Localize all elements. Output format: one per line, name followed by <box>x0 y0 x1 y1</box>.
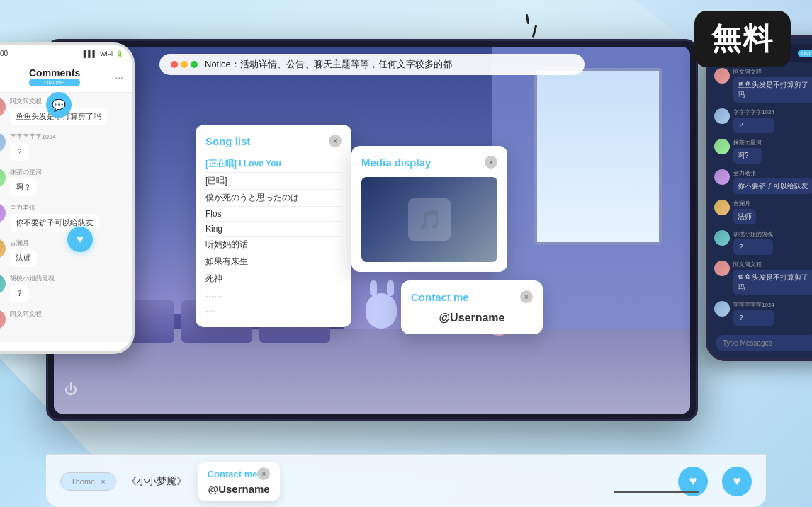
right-name-4: 全力老张 <box>733 169 812 177</box>
comment-item-2: 字字字字字1024 ？ <box>0 132 128 161</box>
online-badge-left: ONLINE <box>29 79 80 86</box>
right-avatar-3 <box>714 139 730 154</box>
right-bubble-4: 你不要铲子可以给队友 <box>733 178 812 194</box>
comment-name-5: 古澜月 <box>10 239 37 248</box>
theme-pill: Theme × <box>60 472 116 491</box>
notice-text: Notice：活动详情、公告、聊天主题等等，任何文字较多的都 <box>205 58 452 71</box>
comment-item-4: 全力老张 你不要铲子可以给队友 <box>0 203 128 232</box>
song-item-8[interactable]: 死神 <box>205 270 342 287</box>
right-name-7: 阿文阿文程 <box>733 261 812 268</box>
phone-right-comments: 阿文阿文程 鱼鱼头发是不打算剪了吗 字字字字字1024 ？ 抹茶の星河 啊? <box>714 68 812 326</box>
contact-bottom-title: Contact me <box>208 469 258 479</box>
online-badge-right: ONLINE <box>798 50 812 57</box>
comment-name-2: 字字字字字1024 <box>10 132 56 142</box>
power-icon[interactable]: ⏻ <box>61 380 81 399</box>
right-name-3: 抹茶の星河 <box>733 139 762 147</box>
cable-decoration <box>614 491 699 493</box>
like-button-left[interactable]: ♥ <box>67 227 93 252</box>
avatar-5 <box>0 239 6 258</box>
right-comment-5: 古澜月 法师 <box>714 200 812 224</box>
theme-label: Theme <box>71 477 95 486</box>
bottom-overlay: Theme × 《小小梦魇》 Contact me × @Username ♥ … <box>46 454 766 507</box>
comment-name-3: 抹茶の星河 <box>10 168 42 177</box>
song-item-9[interactable]: …… <box>205 287 342 302</box>
phone-left-status: 10:00 ▌▌▌ WiFi 🔋 <box>0 45 132 62</box>
comment-name-7: 阿文阿文程 <box>10 309 42 319</box>
contact-bottom-username: @Username <box>208 483 271 495</box>
avatar-1 <box>0 97 6 117</box>
contact-me-popup-monitor: Contact me × @Username <box>401 280 543 334</box>
monitor-frame: 🎤 👤 ⏻ Notice：活动详情、公告、聊天主题等等，任何文字较多的都 Son… <box>46 39 698 421</box>
right-avatar-4 <box>714 169 730 185</box>
like-button-bottom-2[interactable]: ♥ <box>722 467 752 496</box>
comment-item-3: 抹茶の星河 啊？ <box>0 168 128 196</box>
comment-name-4: 全力老张 <box>10 203 99 212</box>
avatar-4 <box>0 203 6 223</box>
song-item-1[interactable]: [正在唱] I Love You <box>205 156 342 173</box>
comment-item-7: 阿文阿文程 <box>0 309 128 329</box>
phone-left-header: ‹ Comments ONLINE ··· <box>0 62 132 93</box>
comment-bubble-3: 啊？ <box>10 178 37 196</box>
right-bubble-8: ？ <box>733 310 774 326</box>
chat-icon[interactable]: 💬 <box>46 92 72 118</box>
song-item-10[interactable]: … <box>205 302 342 317</box>
media-image: 🎵 <box>361 177 497 262</box>
notice-bar: Notice：活动详情、公告、聊天主题等等，任何文字较多的都 <box>159 54 585 75</box>
dot-red <box>171 61 178 68</box>
media-display-popup: Media display × 🎵 <box>351 146 507 272</box>
theme-close[interactable]: × <box>101 477 105 486</box>
dot-yellow <box>181 61 188 68</box>
song-list-items: [正在唱] I Love You [已唱] 僕が死のうと思ったのは Flos K… <box>205 156 342 317</box>
right-name-8: 字字字字字1024 <box>733 301 774 309</box>
comment-bubble-5: 法师 <box>10 249 37 267</box>
right-avatar-2 <box>714 108 730 124</box>
song-item-6[interactable]: 听妈妈的话 <box>205 237 342 254</box>
right-bubble-3: 啊? <box>733 148 762 164</box>
theme-value: 《小小梦魇》 <box>127 475 186 488</box>
comment-item-5: 古澜月 法师 <box>0 239 128 267</box>
phone-left-title: Comments <box>29 67 80 79</box>
right-avatar-1 <box>714 68 730 84</box>
window-decoration <box>534 68 662 245</box>
comment-bubble-2: ？ <box>10 143 29 161</box>
song-item-5[interactable]: King <box>205 222 342 237</box>
media-display-close[interactable]: × <box>485 156 497 169</box>
right-comment-4: 全力老张 你不要铲子可以给队友 <box>714 169 812 194</box>
right-comment-6: 胡桃小姐的鬼魂 ？ <box>714 230 812 255</box>
right-avatar-6 <box>714 230 730 246</box>
right-avatar-8 <box>714 301 730 317</box>
contact-me-close-monitor[interactable]: × <box>520 290 533 303</box>
phone-left-content: 阿文阿文程 鱼鱼头发是不打算剪了吗 字字字字字1024 ？ 抹茶の星河 啊？ 全… <box>0 93 132 342</box>
song-list-close[interactable]: × <box>329 135 342 147</box>
dot-green <box>191 61 198 68</box>
avatar-7 <box>0 309 6 329</box>
right-avatar-5 <box>714 200 730 215</box>
more-icon[interactable]: ··· <box>115 72 123 83</box>
right-name-5: 古澜月 <box>733 200 756 207</box>
right-name-6: 胡桃小姐的鬼魂 <box>733 230 773 238</box>
right-bubble-1: 鱼鱼头发是不打算剪了吗 <box>733 77 812 103</box>
song-item-4[interactable]: Flos <box>205 207 342 222</box>
song-item-7[interactable]: 如果有来生 <box>205 254 342 270</box>
right-bubble-2: ？ <box>733 118 774 133</box>
muryou-badge: 無料 <box>694 11 791 67</box>
contact-bottom-close[interactable]: × <box>257 467 270 480</box>
avatar-6 <box>0 274 6 294</box>
right-comment-7: 阿文阿文程 鱼鱼头发是不打算剪了吗 <box>714 261 812 295</box>
contact-me-popup-bottom: Contact me × @Username <box>197 461 281 501</box>
right-comment-1: 阿文阿文程 鱼鱼头发是不打算剪了吗 <box>714 68 812 103</box>
phone-right: Comments ONLINE ··· 阿文阿文程 鱼鱼头发是不打算剪了吗 字字… <box>706 35 812 361</box>
right-comment-8: 字字字字字1024 ？ <box>714 301 812 326</box>
right-avatar-7 <box>714 261 730 276</box>
right-comment-3: 抹茶の星河 啊? <box>714 139 812 164</box>
song-item-2[interactable]: [已唱] <box>205 173 342 190</box>
phone-time: 10:00 <box>0 50 8 57</box>
song-item-3[interactable]: 僕が死のうと思ったのは <box>205 190 342 207</box>
comment-name-6: 胡桃小姐的鬼魂 <box>10 274 55 283</box>
right-bubble-7: 鱼鱼头发是不打算剪了吗 <box>733 270 812 295</box>
avatar-3 <box>0 168 6 188</box>
comment-bubble-6: ？ <box>10 285 29 302</box>
song-list-popup: Song list × [正在唱] I Love You [已唱] 僕が死のうと… <box>196 125 351 327</box>
message-input[interactable]: Type Messages <box>716 335 812 351</box>
contact-username-monitor: @Username <box>411 312 533 324</box>
